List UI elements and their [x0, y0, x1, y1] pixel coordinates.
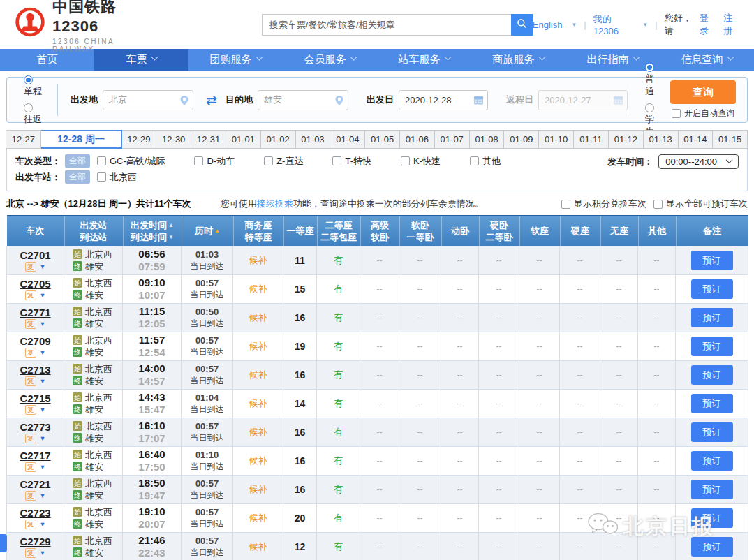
date-tab[interactable]: 01-01	[226, 130, 261, 149]
book-button[interactable]: 预订	[691, 422, 733, 442]
swap-stations-icon[interactable]: ⇄	[206, 92, 217, 108]
book-button[interactable]: 预订	[691, 508, 733, 528]
query-button[interactable]: 查询	[670, 80, 736, 104]
my12306-menu[interactable]: 我的12306	[593, 13, 634, 36]
train-number-link[interactable]: C2701	[7, 249, 64, 261]
expand-row-icon[interactable]: ▼	[40, 435, 46, 442]
book-button[interactable]: 预订	[691, 365, 733, 385]
seat-availability: --	[417, 513, 423, 523]
show-all-bookable-checkbox[interactable]: 显示全部可预订车次	[653, 198, 748, 210]
date-tab[interactable]: 01-06	[400, 130, 435, 149]
seat-availability: --	[377, 370, 383, 380]
book-button[interactable]: 预订	[691, 480, 733, 499]
date-tab[interactable]: 01-02	[261, 130, 296, 149]
logo[interactable]: 中国铁路12306 12306 CHINA RAILWAY	[14, 0, 157, 53]
from-station-input[interactable]: 北京	[103, 90, 193, 110]
seat-availability: 有	[334, 484, 343, 494]
sort-up-icon[interactable]: ▲	[214, 225, 220, 237]
depart-station-checkbox[interactable]: 北京西	[97, 171, 137, 184]
date-tab[interactable]: 12-31	[191, 130, 226, 149]
depart-station-all-badge[interactable]: 全部	[65, 170, 90, 184]
date-tab[interactable]: 01-07	[435, 130, 470, 149]
date-tab[interactable]: 01-09	[504, 130, 539, 149]
to-station-input[interactable]: 雄安	[258, 90, 348, 110]
book-button[interactable]: 预订	[691, 337, 733, 356]
train-type-all-badge[interactable]: 全部	[65, 154, 90, 168]
depart-time-select[interactable]: 00:00--24:00	[658, 154, 739, 169]
nav-item[interactable]: 商旅服务	[471, 49, 566, 71]
origin-badge: 始	[73, 421, 82, 431]
book-button[interactable]: 预订	[691, 394, 733, 413]
date-tab[interactable]: 01-14	[679, 130, 714, 149]
train-type-checkbox[interactable]: D-动车	[194, 155, 235, 168]
round-trip-radio[interactable]: 往返	[24, 103, 42, 126]
train-number-link[interactable]: C2713	[7, 364, 64, 376]
seat-availability: 16	[295, 484, 306, 495]
expand-row-icon[interactable]: ▼	[40, 521, 46, 528]
expand-row-icon[interactable]: ▼	[40, 263, 46, 270]
depart-date-input[interactable]: 2020-12-28	[399, 90, 488, 110]
date-tab[interactable]: 12-29	[122, 130, 157, 149]
date-tab[interactable]: 01-12	[609, 130, 644, 149]
terminus-badge: 终	[73, 376, 82, 385]
register-link[interactable]: 注册	[723, 12, 740, 37]
show-points-checkbox[interactable]: 显示积分兑换车次	[561, 198, 646, 210]
login-link[interactable]: 登录	[700, 12, 716, 37]
train-number-link[interactable]: C2709	[7, 335, 64, 347]
train-number-link[interactable]: C2729	[7, 536, 64, 547]
language-menu[interactable]: English	[533, 20, 563, 30]
book-button[interactable]: 预订	[691, 537, 733, 557]
nav-item[interactable]: 车票	[94, 49, 188, 71]
nav-item[interactable]: 会员服务	[283, 49, 377, 71]
date-tab[interactable]: 01-03	[296, 130, 331, 149]
train-type-checkbox[interactable]: Z-直达	[264, 155, 303, 168]
search-button[interactable]	[511, 14, 533, 36]
nav-item[interactable]: 信息查询	[660, 49, 754, 71]
train-type-checkbox[interactable]: 其他	[470, 155, 501, 168]
date-tab[interactable]: 01-05	[365, 130, 400, 149]
expand-row-icon[interactable]: ▼	[40, 492, 46, 499]
one-way-radio[interactable]: 单程	[24, 75, 42, 98]
train-number-link[interactable]: C2715	[7, 392, 64, 404]
book-button[interactable]: 预订	[691, 451, 733, 471]
date-tab[interactable]: 12-28 周一	[41, 130, 122, 149]
date-tab[interactable]: 01-13	[644, 130, 679, 149]
train-type-checkbox[interactable]: GC-高铁/城际	[97, 155, 165, 168]
train-type-checkbox[interactable]: T-特快	[332, 155, 371, 168]
sort-down-icon[interactable]: ▼	[168, 231, 174, 243]
expand-row-icon[interactable]: ▼	[40, 292, 46, 299]
expand-row-icon[interactable]: ▼	[40, 464, 46, 471]
search-input[interactable]	[262, 14, 511, 36]
expand-row-icon[interactable]: ▼	[40, 550, 46, 557]
to-station: 雄安	[85, 489, 103, 501]
book-button[interactable]: 预订	[691, 279, 733, 299]
side-widget-tab[interactable]	[0, 534, 7, 552]
expand-row-icon[interactable]: ▼	[40, 378, 46, 385]
date-tab[interactable]: 01-10	[539, 130, 574, 149]
train-number-link[interactable]: C2723	[7, 507, 64, 519]
transfer-link[interactable]: 接续换乘	[257, 198, 293, 209]
nav-item[interactable]: 站车服务	[377, 49, 471, 71]
expand-row-icon[interactable]: ▼	[40, 320, 46, 327]
normal-passenger-radio[interactable]: 普通	[645, 62, 658, 98]
train-number-link[interactable]: C2705	[7, 278, 64, 290]
nav-item[interactable]: 首页	[0, 49, 94, 71]
date-tab[interactable]: 12-27	[6, 130, 41, 149]
train-type-checkbox[interactable]: K-快速	[401, 155, 441, 168]
book-button[interactable]: 预订	[691, 308, 733, 327]
train-number-link[interactable]: C2717	[7, 450, 64, 462]
date-tab[interactable]: 01-11	[574, 130, 609, 149]
auto-query-checkbox[interactable]: 开启自动查询	[672, 108, 734, 119]
date-tab[interactable]: 12-30	[156, 130, 191, 149]
date-tab[interactable]: 01-04	[330, 130, 365, 149]
book-button[interactable]: 预订	[691, 251, 733, 270]
train-number-link[interactable]: C2773	[7, 421, 64, 433]
train-number-link[interactable]: C2721	[7, 478, 64, 490]
date-tab[interactable]: 01-08	[470, 130, 505, 149]
expand-row-icon[interactable]: ▼	[40, 406, 46, 413]
sort-up-icon[interactable]: ▲	[168, 219, 174, 231]
date-tab[interactable]: 01-15	[713, 130, 748, 149]
train-number-link[interactable]: C2771	[7, 307, 64, 318]
expand-row-icon[interactable]: ▼	[40, 349, 46, 356]
nav-item[interactable]: 团购服务	[188, 49, 283, 71]
